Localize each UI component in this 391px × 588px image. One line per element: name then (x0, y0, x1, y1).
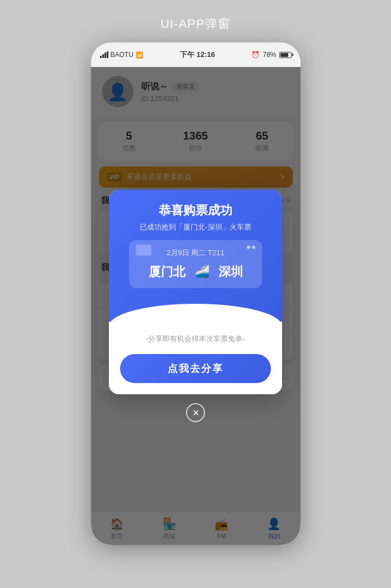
time-display: 下午 12:16 (180, 50, 215, 60)
status-right: ⏰ 78% (251, 51, 291, 59)
battery-percent: 78% (263, 51, 276, 59)
battery-icon (279, 52, 292, 58)
modal-subtitle: 已成功抢到「厦门北-深圳」火车票 (120, 222, 271, 232)
ticket-dots (247, 246, 255, 249)
modal-title: 恭喜购票成功 (120, 202, 271, 219)
carrier-label: BAOTU (111, 51, 133, 59)
page-title: UI-APP弹窗 (160, 16, 230, 32)
ticket-to: 深圳 (218, 264, 243, 280)
modal-close-button[interactable]: ✕ (186, 403, 205, 422)
status-left: BAOTU 📶 (100, 51, 144, 59)
train-icon: 🚄 (194, 265, 209, 279)
modal-header: 恭喜购票成功 已成功抢到「厦门北-深圳」火车票 2月9日 周二 T211 厦门北… (109, 190, 282, 322)
modal-card: 恭喜购票成功 已成功抢到「厦门北-深圳」火车票 2月9日 周二 T211 厦门北… (109, 190, 282, 394)
ticket-date: 2月9日 周二 T211 (138, 248, 253, 258)
alarm-icon: ⏰ (251, 51, 260, 59)
signal-icon (100, 51, 108, 58)
share-button[interactable]: 点我去分享 (120, 354, 271, 383)
share-hint: -分享即有机会得本次车票免单- (120, 334, 271, 344)
phone-frame: BAOTU 📶 下午 12:16 ⏰ 78% 👤 听说～ 未实名 ID:1254… (91, 42, 301, 545)
status-bar: BAOTU 📶 下午 12:16 ⏰ 78% (91, 42, 301, 67)
ticket-from: 厦门北 (149, 264, 185, 280)
wifi-icon: 📶 (136, 51, 144, 59)
ticket-route: 厦门北 🚄 深圳 (138, 264, 253, 280)
app-background: 👤 听说～ 未实名 ID:1254321 5 优惠 1365 积分 65 (91, 67, 301, 545)
ticket-card: 2月9日 周二 T211 厦门北 🚄 深圳 (129, 240, 262, 288)
ticket-corner (136, 245, 151, 256)
modal-body: -分享即有机会得本次车票免单- 点我去分享 (109, 322, 282, 394)
modal-overlay: 恭喜购票成功 已成功抢到「厦门北-深圳」火车票 2月9日 周二 T211 厦门北… (91, 67, 301, 545)
close-icon: ✕ (192, 408, 199, 418)
